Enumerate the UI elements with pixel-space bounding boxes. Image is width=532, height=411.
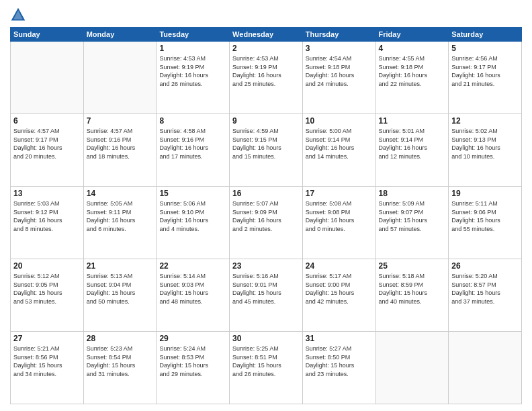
- day-cell: 10Sunrise: 5:00 AM Sunset: 9:14 PM Dayli…: [302, 114, 375, 187]
- day-cell: 22Sunrise: 5:14 AM Sunset: 9:03 PM Dayli…: [157, 259, 230, 332]
- day-number: 2: [232, 44, 300, 53]
- week-row-5: 27Sunrise: 5:21 AM Sunset: 8:56 PM Dayli…: [11, 332, 522, 404]
- day-info: Sunrise: 5:27 AM Sunset: 8:50 PM Dayligh…: [306, 345, 373, 378]
- day-cell: 2Sunrise: 4:53 AM Sunset: 9:19 PM Daylig…: [230, 42, 303, 114]
- day-number: 11: [379, 116, 446, 126]
- day-info: Sunrise: 5:20 AM Sunset: 8:57 PM Dayligh…: [451, 272, 519, 306]
- day-number: 31: [306, 334, 373, 343]
- day-info: Sunrise: 5:16 AM Sunset: 9:01 PM Dayligh…: [232, 272, 300, 306]
- day-cell: 21Sunrise: 5:13 AM Sunset: 9:04 PM Dayli…: [83, 259, 157, 332]
- logo: [10, 7, 29, 23]
- day-cell: 7Sunrise: 4:57 AM Sunset: 9:16 PM Daylig…: [83, 114, 157, 187]
- day-number: 25: [379, 261, 446, 271]
- day-number: 1: [159, 44, 226, 53]
- calendar-table: SundayMondayTuesdayWednesdayThursdayFrid…: [10, 27, 522, 404]
- day-number: 7: [87, 116, 154, 126]
- day-number: 15: [159, 189, 226, 198]
- day-cell: 13Sunrise: 5:03 AM Sunset: 9:12 PM Dayli…: [11, 187, 84, 259]
- weekday-header-saturday: Saturday: [449, 28, 522, 42]
- day-number: 22: [159, 261, 226, 271]
- day-number: 3: [306, 44, 373, 53]
- day-cell: 6Sunrise: 4:57 AM Sunset: 9:17 PM Daylig…: [11, 114, 84, 187]
- day-info: Sunrise: 5:06 AM Sunset: 9:10 PM Dayligh…: [159, 199, 226, 233]
- day-cell: 25Sunrise: 5:18 AM Sunset: 8:59 PM Dayli…: [375, 259, 449, 332]
- day-cell: 18Sunrise: 5:09 AM Sunset: 9:07 PM Dayli…: [375, 187, 449, 259]
- day-info: Sunrise: 5:14 AM Sunset: 9:03 PM Dayligh…: [159, 272, 226, 306]
- day-info: Sunrise: 5:11 AM Sunset: 9:06 PM Dayligh…: [451, 199, 519, 233]
- day-number: 30: [232, 334, 300, 343]
- day-number: 24: [306, 261, 373, 271]
- day-number: 6: [13, 116, 81, 126]
- day-cell: 4Sunrise: 4:55 AM Sunset: 9:18 PM Daylig…: [375, 42, 449, 114]
- day-number: 9: [232, 116, 300, 126]
- day-number: 4: [379, 44, 446, 53]
- day-cell: 16Sunrise: 5:07 AM Sunset: 9:09 PM Dayli…: [230, 187, 303, 259]
- day-info: Sunrise: 4:53 AM Sunset: 9:19 PM Dayligh…: [159, 54, 226, 88]
- day-number: 20: [13, 261, 81, 271]
- weekday-header-tuesday: Tuesday: [157, 28, 230, 42]
- day-cell: 27Sunrise: 5:21 AM Sunset: 8:56 PM Dayli…: [11, 332, 84, 404]
- day-info: Sunrise: 5:18 AM Sunset: 8:59 PM Dayligh…: [379, 272, 446, 306]
- day-number: 28: [87, 334, 154, 343]
- day-cell: 8Sunrise: 4:58 AM Sunset: 9:16 PM Daylig…: [157, 114, 230, 187]
- day-cell: 26Sunrise: 5:20 AM Sunset: 8:57 PM Dayli…: [449, 259, 522, 332]
- day-info: Sunrise: 5:25 AM Sunset: 8:51 PM Dayligh…: [232, 345, 300, 378]
- day-info: Sunrise: 5:08 AM Sunset: 9:08 PM Dayligh…: [306, 199, 373, 233]
- day-info: Sunrise: 5:03 AM Sunset: 9:12 PM Dayligh…: [13, 199, 81, 233]
- day-cell: 20Sunrise: 5:12 AM Sunset: 9:05 PM Dayli…: [11, 259, 84, 332]
- day-number: 8: [159, 116, 226, 126]
- day-info: Sunrise: 4:57 AM Sunset: 9:16 PM Dayligh…: [87, 127, 154, 161]
- weekday-header-monday: Monday: [83, 28, 157, 42]
- day-number: 29: [159, 334, 226, 343]
- day-number: 12: [451, 116, 519, 126]
- weekday-header-wednesday: Wednesday: [230, 28, 303, 42]
- day-info: Sunrise: 5:24 AM Sunset: 8:53 PM Dayligh…: [159, 345, 226, 378]
- day-number: 18: [379, 189, 446, 198]
- day-info: Sunrise: 5:02 AM Sunset: 9:13 PM Dayligh…: [451, 127, 519, 161]
- logo-icon: [10, 7, 26, 23]
- day-info: Sunrise: 5:13 AM Sunset: 9:04 PM Dayligh…: [87, 272, 154, 306]
- day-cell: [11, 42, 84, 114]
- day-cell: [449, 332, 522, 404]
- day-number: 14: [87, 189, 154, 198]
- day-number: 16: [232, 189, 300, 198]
- day-cell: 5Sunrise: 4:56 AM Sunset: 9:17 PM Daylig…: [449, 42, 522, 114]
- day-info: Sunrise: 5:17 AM Sunset: 9:00 PM Dayligh…: [306, 272, 373, 306]
- day-number: 27: [13, 334, 81, 343]
- week-row-4: 20Sunrise: 5:12 AM Sunset: 9:05 PM Dayli…: [11, 259, 522, 332]
- day-number: 13: [13, 189, 81, 198]
- day-cell: 24Sunrise: 5:17 AM Sunset: 9:00 PM Dayli…: [302, 259, 375, 332]
- day-info: Sunrise: 5:21 AM Sunset: 8:56 PM Dayligh…: [13, 345, 81, 378]
- day-cell: 23Sunrise: 5:16 AM Sunset: 9:01 PM Dayli…: [230, 259, 303, 332]
- day-cell: 30Sunrise: 5:25 AM Sunset: 8:51 PM Dayli…: [230, 332, 303, 404]
- day-cell: 17Sunrise: 5:08 AM Sunset: 9:08 PM Dayli…: [302, 187, 375, 259]
- day-cell: 3Sunrise: 4:54 AM Sunset: 9:18 PM Daylig…: [302, 42, 375, 114]
- page: SundayMondayTuesdayWednesdayThursdayFrid…: [0, 0, 532, 411]
- day-cell: 31Sunrise: 5:27 AM Sunset: 8:50 PM Dayli…: [302, 332, 375, 404]
- day-info: Sunrise: 4:59 AM Sunset: 9:15 PM Dayligh…: [232, 127, 300, 161]
- week-row-2: 6Sunrise: 4:57 AM Sunset: 9:17 PM Daylig…: [11, 114, 522, 187]
- weekday-header-thursday: Thursday: [302, 28, 375, 42]
- day-cell: 9Sunrise: 4:59 AM Sunset: 9:15 PM Daylig…: [230, 114, 303, 187]
- day-cell: 14Sunrise: 5:05 AM Sunset: 9:11 PM Dayli…: [83, 187, 157, 259]
- day-number: 23: [232, 261, 300, 271]
- day-cell: [83, 42, 157, 114]
- day-info: Sunrise: 5:23 AM Sunset: 8:54 PM Dayligh…: [87, 345, 154, 378]
- day-number: 19: [451, 189, 519, 198]
- week-row-1: 1Sunrise: 4:53 AM Sunset: 9:19 PM Daylig…: [11, 42, 522, 114]
- day-info: Sunrise: 4:57 AM Sunset: 9:17 PM Dayligh…: [13, 127, 81, 161]
- day-cell: 11Sunrise: 5:01 AM Sunset: 9:14 PM Dayli…: [375, 114, 449, 187]
- day-info: Sunrise: 4:55 AM Sunset: 9:18 PM Dayligh…: [379, 54, 446, 88]
- day-info: Sunrise: 5:01 AM Sunset: 9:14 PM Dayligh…: [379, 127, 446, 161]
- header: [10, 7, 522, 23]
- day-number: 10: [306, 116, 373, 126]
- day-cell: 19Sunrise: 5:11 AM Sunset: 9:06 PM Dayli…: [449, 187, 522, 259]
- day-number: 5: [451, 44, 519, 53]
- day-info: Sunrise: 5:05 AM Sunset: 9:11 PM Dayligh…: [87, 199, 154, 233]
- weekday-header-friday: Friday: [375, 28, 449, 42]
- day-info: Sunrise: 4:56 AM Sunset: 9:17 PM Dayligh…: [451, 54, 519, 88]
- day-cell: 1Sunrise: 4:53 AM Sunset: 9:19 PM Daylig…: [157, 42, 230, 114]
- weekday-header-sunday: Sunday: [11, 28, 84, 42]
- day-cell: 28Sunrise: 5:23 AM Sunset: 8:54 PM Dayli…: [83, 332, 157, 404]
- day-cell: 12Sunrise: 5:02 AM Sunset: 9:13 PM Dayli…: [449, 114, 522, 187]
